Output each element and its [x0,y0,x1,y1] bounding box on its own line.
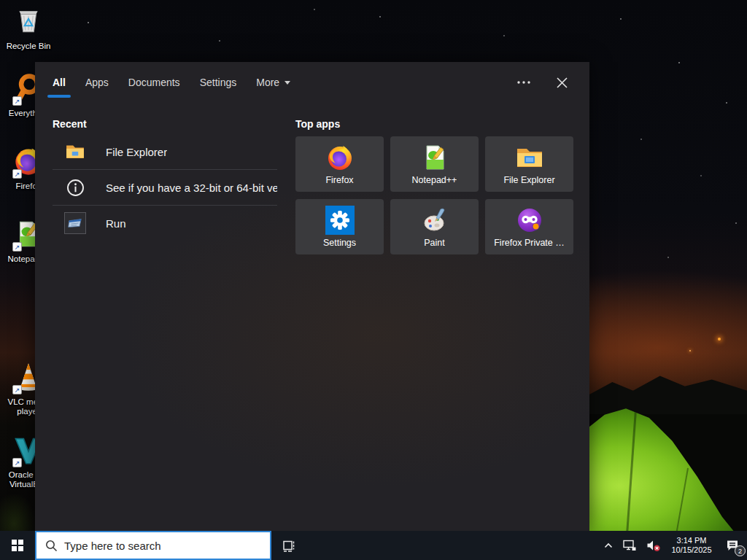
settings-gear-icon [325,206,355,235]
notepad-plus-plus-icon [420,143,449,172]
start-button[interactable] [0,531,35,560]
desktop-icon-recycle-bin[interactable]: Recycle Bin [1,6,55,51]
wallpaper-star [689,350,691,351]
network-ethernet-icon [622,538,637,553]
close-icon [557,77,568,88]
tile-label: Firefox Private … [494,238,565,248]
shortcut-arrow-icon: ↗ [12,242,22,252]
recent-item-search-suggestion[interactable]: See if you have a 32-bit or 64-bit ve… [53,170,277,205]
chevron-down-icon [285,81,290,85]
shortcut-arrow-icon: ↗ [12,169,22,179]
wallpaper-star [718,338,721,341]
top-apps-section: Top apps [295,103,573,254]
taskbar-clock[interactable]: 3:14 PM 10/15/2025 [665,536,718,555]
action-center-button[interactable]: 2 [718,531,747,560]
search-icon [45,540,58,552]
info-icon [64,176,86,198]
notification-badge: 2 [735,545,746,556]
recent-item-label: Run [106,217,126,230]
shortcut-arrow-icon: ↗ [12,385,22,394]
desktop-icon-label: Recycle Bin [1,42,55,51]
tile-label: File Explorer [503,175,554,185]
recent-item-label: File Explorer [106,146,167,158]
volume-button[interactable] [641,531,665,560]
windows-logo-icon [12,540,24,552]
top-app-tile-file-explorer[interactable]: File Explorer [485,136,573,192]
recent-item-run[interactable]: Run [53,206,277,241]
tile-label: Notepad++ [412,175,457,185]
network-button[interactable] [618,531,641,560]
tile-label: Paint [424,238,445,248]
recent-item-label: See if you have a 32-bit or 64-bit ve… [106,182,277,194]
search-panel: All Apps Documents Settings More [35,62,589,531]
taskbar-search-box[interactable] [35,531,271,560]
run-icon [64,212,86,234]
recent-item-file-explorer[interactable]: File Explorer [53,134,277,169]
paint-palette-icon [420,206,449,235]
tile-label: Settings [323,238,356,248]
shortcut-arrow-icon: ↗ [12,96,22,106]
recent-section: Recent File Explorer [53,103,277,254]
recent-header: Recent [53,118,277,130]
more-options-button[interactable] [514,72,534,93]
task-view-button[interactable] [271,531,305,560]
tab-more[interactable]: More [256,62,290,103]
chevron-up-icon [603,540,614,551]
clock-date: 10/15/2025 [667,545,716,555]
system-tray: 3:14 PM 10/15/2025 2 [599,531,747,560]
file-explorer-icon [64,141,86,163]
taskbar: 3:14 PM 10/15/2025 2 [0,531,747,560]
top-app-tile-firefox-private[interactable]: Firefox Private … [485,199,573,254]
top-app-tile-firefox[interactable]: Firefox [295,136,384,192]
clock-time: 3:14 PM [667,536,716,545]
top-app-tile-paint[interactable]: Paint [390,199,479,254]
file-explorer-icon [515,143,544,172]
firefox-private-mask-icon [515,206,544,235]
search-input[interactable] [58,532,270,559]
top-apps-header: Top apps [295,118,573,130]
tab-all[interactable]: All [53,62,66,103]
shortcut-arrow-icon: ↗ [12,458,22,467]
volume-muted-icon [646,538,661,553]
task-view-icon [280,537,296,553]
close-button[interactable] [551,72,572,93]
desktop: Recycle Bin ↗ Everything [0,0,747,560]
tab-settings[interactable]: Settings [200,62,237,103]
tile-label: Firefox [325,175,353,185]
search-tabs: All Apps Documents Settings More [35,62,589,103]
ellipsis-icon [517,81,530,84]
wallpaper-grass [0,494,35,531]
tab-documents[interactable]: Documents [128,62,180,103]
tab-apps[interactable]: Apps [85,62,109,103]
firefox-icon [325,143,355,172]
tray-overflow-button[interactable] [599,531,618,560]
recycle-bin-icon [13,6,44,39]
top-app-tile-notepad-plus-plus[interactable]: Notepad++ [390,136,479,192]
top-app-tile-settings[interactable]: Settings [295,199,384,254]
